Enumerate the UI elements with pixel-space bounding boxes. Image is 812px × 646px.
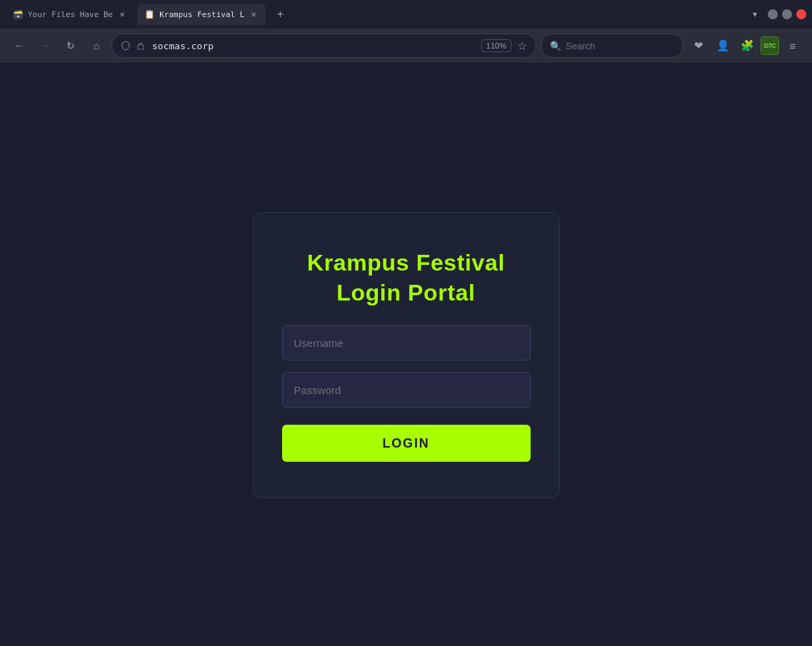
login-card: Krampus Festival Login Portal LOGIN: [253, 212, 560, 498]
login-button[interactable]: LOGIN: [282, 425, 531, 462]
maximize-button[interactable]: [782, 9, 792, 19]
pocket-icon: ❤: [694, 39, 703, 52]
login-title-line2: Login Portal: [336, 280, 475, 306]
page-content: Krampus Festival Login Portal LOGIN: [0, 64, 812, 646]
back-icon: ←: [14, 40, 24, 51]
login-title-line1: Krampus Festival: [307, 250, 505, 276]
tab-1-favicon: 🗃️: [13, 9, 24, 19]
username-input[interactable]: [282, 325, 531, 360]
tab-bar-controls: ▾: [746, 6, 806, 23]
tab-1-close[interactable]: ✕: [117, 9, 127, 19]
menu-icon: ≡: [790, 40, 796, 52]
bookmark-button[interactable]: ☆: [517, 39, 527, 53]
tab-1[interactable]: 🗃️ Your Files Have Be ✕: [6, 4, 134, 25]
extensions-button[interactable]: 🧩: [736, 35, 758, 56]
reload-button[interactable]: ↻: [60, 35, 81, 56]
new-tab-button[interactable]: +: [270, 4, 290, 24]
address-bar[interactable]: socmas.corp 110% ☆: [111, 34, 536, 58]
forward-button[interactable]: →: [34, 35, 56, 56]
pocket-button[interactable]: ❤: [688, 35, 709, 56]
extension-badge-button[interactable]: D7C: [761, 36, 779, 55]
forward-icon: →: [40, 40, 50, 51]
home-icon: ⌂: [94, 40, 99, 51]
tab-2-title: Krampus Festival L: [159, 10, 244, 19]
extensions-icon: 🧩: [741, 39, 754, 52]
address-text: socmas.corp: [152, 41, 476, 51]
account-button[interactable]: 👤: [712, 35, 733, 56]
search-bar[interactable]: 🔍 Search: [541, 34, 683, 58]
extension-badge-label: D7C: [764, 42, 776, 49]
svg-rect-0: [138, 45, 144, 49]
reload-icon: ↻: [66, 40, 75, 51]
tab-1-title: Your Files Have Be: [28, 10, 113, 19]
back-button[interactable]: ←: [9, 35, 30, 56]
search-icon: 🔍: [550, 41, 561, 51]
navigation-bar: ← → ↻ ⌂ socmas.corp 110%: [0, 29, 812, 63]
tab-2[interactable]: 📋 Krampus Festival L ✕: [137, 4, 266, 25]
zoom-badge[interactable]: 110%: [481, 39, 511, 52]
security-icon: [121, 41, 131, 51]
search-placeholder: Search: [566, 41, 595, 51]
nav-extras: ❤ 👤 🧩 D7C ≡: [688, 35, 803, 56]
account-icon: 👤: [716, 39, 730, 52]
password-input[interactable]: [282, 372, 531, 408]
tab-dropdown-button[interactable]: ▾: [746, 6, 763, 23]
menu-button[interactable]: ≡: [782, 35, 803, 56]
tab-2-close[interactable]: ✕: [249, 9, 259, 19]
login-form: LOGIN: [282, 325, 531, 462]
minimize-button[interactable]: [768, 9, 778, 19]
lock-icon: [136, 41, 145, 50]
login-title: Krampus Festival Login Portal: [307, 248, 505, 308]
tab-bar: 🗃️ Your Files Have Be ✕ 📋 Krampus Festiv…: [0, 0, 812, 29]
tab-2-favicon: 📋: [144, 9, 155, 19]
browser-chrome: 🗃️ Your Files Have Be ✕ 📋 Krampus Festiv…: [0, 0, 812, 64]
home-button[interactable]: ⌂: [86, 35, 107, 56]
close-button[interactable]: [796, 9, 806, 19]
